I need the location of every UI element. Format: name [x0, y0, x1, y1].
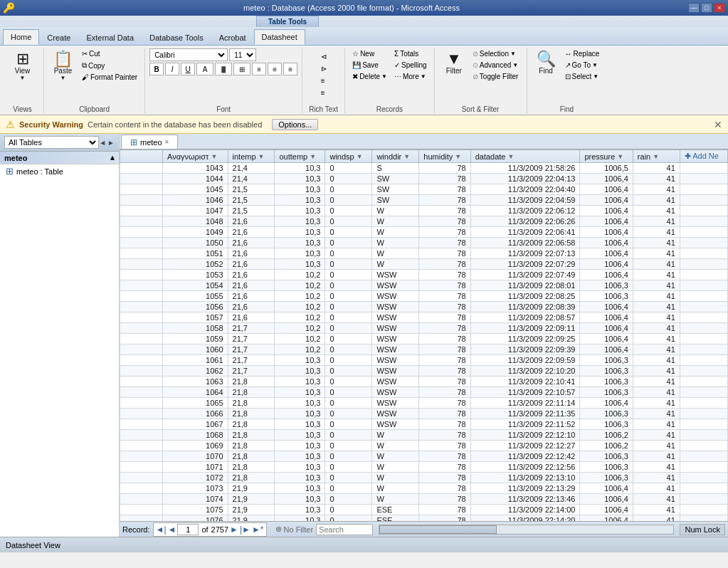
table-cell[interactable]: 1006,2	[580, 430, 633, 441]
table-cell[interactable]: 10,3	[275, 377, 325, 387]
table-cell[interactable]: W	[372, 248, 419, 259]
table-cell[interactable]: 0	[325, 419, 372, 430]
table-cell[interactable]: 1006,4	[580, 302, 633, 312]
table-cell[interactable]: 78	[419, 334, 470, 345]
table-cell[interactable]: 11/3/2009 22:08:39	[470, 302, 580, 312]
table-row[interactable]: 104721,510,30W7811/3/2009 22:06:121006,4…	[120, 206, 728, 216]
table-cell[interactable]: 41	[633, 195, 680, 206]
table-cell[interactable]: ESE	[372, 515, 419, 522]
table-cell[interactable]: 41	[633, 248, 680, 259]
table-cell[interactable]: 1006,4	[580, 483, 633, 494]
table-cell[interactable]: 1054	[163, 280, 228, 291]
table-cell[interactable]: 0	[325, 163, 372, 174]
table-cell[interactable]: 10,3	[275, 163, 325, 174]
table-cell[interactable]: 78	[419, 184, 470, 195]
numbering-button[interactable]: ≡	[318, 88, 329, 98]
table-cell[interactable]: 1074	[163, 494, 228, 505]
align-right-button[interactable]: ≡	[283, 63, 297, 75]
table-cell[interactable]: 1006,3	[580, 451, 633, 462]
table-cell[interactable]: 21,4	[228, 174, 275, 184]
table-row[interactable]: 107621,910,30ESE7811/3/2009 22:14:201006…	[120, 515, 728, 522]
table-cell[interactable]: 11/3/2009 22:08:01	[470, 280, 580, 291]
table-cell[interactable]: 11/3/2009 22:11:35	[470, 409, 580, 419]
col-header-pressure[interactable]: pressure ▼	[580, 150, 633, 163]
cut-button[interactable]: ✂ Cut	[79, 48, 140, 59]
table-row[interactable]: 107121,810,30W7811/3/2009 22:12:561006,3…	[120, 462, 728, 473]
table-cell[interactable]: 11/3/2009 22:12:42	[470, 451, 580, 462]
table-cell[interactable]: 21,8	[228, 377, 275, 387]
tab-create[interactable]: Create	[39, 29, 78, 45]
table-cell[interactable]: 1075	[163, 505, 228, 515]
table-cell[interactable]: 1006,4	[580, 323, 633, 334]
table-row[interactable]: 104421,410,30SW7811/3/2009 22:04:131006,…	[120, 174, 728, 184]
col-header-rain[interactable]: rain ▼	[633, 150, 680, 163]
table-cell[interactable]: 78	[419, 515, 470, 522]
table-cell[interactable]: 0	[325, 259, 372, 270]
table-cell[interactable]: WSW	[372, 387, 419, 398]
record-number-input[interactable]	[177, 524, 199, 535]
table-cell[interactable]: 41	[633, 259, 680, 270]
table-cell[interactable]: 41	[633, 216, 680, 227]
sidebar-item-meteo-table[interactable]: ⊞ meteo : Table	[0, 164, 119, 178]
table-cell[interactable]: 11/3/2009 22:13:46	[470, 494, 580, 505]
table-cell[interactable]: 1051	[163, 248, 228, 259]
table-row[interactable]: 106721,810,30WSW7811/3/2009 22:11:521006…	[120, 419, 728, 430]
table-cell[interactable]: 0	[325, 206, 372, 216]
table-cell[interactable]: 41	[633, 302, 680, 312]
table-cell[interactable]: 10,3	[275, 227, 325, 238]
table-row[interactable]: 105521,610,20WSW7811/3/2009 22:08:251006…	[120, 291, 728, 302]
table-row[interactable]: 106221,710,30WSW7811/3/2009 22:10:201006…	[120, 366, 728, 377]
col-header-intemp[interactable]: intemp ▼	[228, 150, 275, 163]
table-cell[interactable]: 21,6	[228, 291, 275, 302]
table-cell[interactable]: 0	[325, 409, 372, 419]
table-cell[interactable]: 11/3/2009 22:07:29	[470, 259, 580, 270]
table-cell[interactable]: 78	[419, 366, 470, 377]
table-cell[interactable]: 78	[419, 323, 470, 334]
table-cell[interactable]: SW	[372, 174, 419, 184]
table-cell[interactable]: 41	[633, 366, 680, 377]
spelling-button[interactable]: ✓ Spelling	[391, 60, 430, 70]
replace-button[interactable]: ↔ Replace	[562, 48, 603, 59]
table-cell[interactable]: 41	[633, 451, 680, 462]
table-cell[interactable]: 11/3/2009 22:07:13	[470, 248, 580, 259]
table-cell[interactable]: 21,8	[228, 398, 275, 409]
table-cell[interactable]: 41	[633, 473, 680, 483]
record-new-button[interactable]: ►*	[252, 525, 264, 535]
table-cell[interactable]: 0	[325, 195, 372, 206]
table-cell[interactable]: 78	[419, 419, 470, 430]
table-cell[interactable]: 1006,3	[580, 409, 633, 419]
table-cell[interactable]: 1006,4	[580, 216, 633, 227]
table-cell[interactable]: WSW	[372, 323, 419, 334]
table-cell[interactable]: 1048	[163, 216, 228, 227]
new-record-button[interactable]: ☆ New	[349, 48, 390, 59]
table-cell[interactable]: 41	[633, 323, 680, 334]
table-cell[interactable]: W	[372, 259, 419, 270]
table-cell[interactable]: 1056	[163, 302, 228, 312]
table-cell[interactable]: 1006,4	[580, 184, 633, 195]
table-cell[interactable]: 21,8	[228, 430, 275, 441]
table-cell[interactable]: 41	[633, 163, 680, 174]
table-cell[interactable]: 41	[633, 334, 680, 345]
bold-button[interactable]: B	[149, 63, 164, 75]
more-button[interactable]: ⋯ More ▼	[391, 71, 430, 82]
table-cell[interactable]: 41	[633, 430, 680, 441]
sidebar-filter-select[interactable]: All Tables	[4, 136, 99, 149]
options-button[interactable]: Options...	[272, 119, 318, 130]
table-cell[interactable]: 41	[633, 174, 680, 184]
table-cell[interactable]: 0	[325, 387, 372, 398]
table-cell[interactable]: 1006,3	[580, 473, 633, 483]
table-cell[interactable]: 41	[633, 483, 680, 494]
toggle-filter-button[interactable]: ⊘ Toggle Filter	[470, 71, 521, 82]
font-name-select[interactable]: Calibri	[149, 48, 228, 61]
table-cell[interactable]: 10,3	[275, 505, 325, 515]
table-cell[interactable]: 1006,2	[580, 441, 633, 451]
table-cell[interactable]: 21,6	[228, 227, 275, 238]
format-painter-button[interactable]: 🖌 Format Painter	[79, 72, 140, 83]
table-cell[interactable]: 78	[419, 291, 470, 302]
table-cell[interactable]: 78	[419, 280, 470, 291]
table-cell[interactable]: 78	[419, 206, 470, 216]
table-cell[interactable]: 1006,4	[580, 515, 633, 522]
table-cell[interactable]: 78	[419, 387, 470, 398]
table-cell[interactable]: 78	[419, 259, 470, 270]
table-cell[interactable]: 1069	[163, 441, 228, 451]
